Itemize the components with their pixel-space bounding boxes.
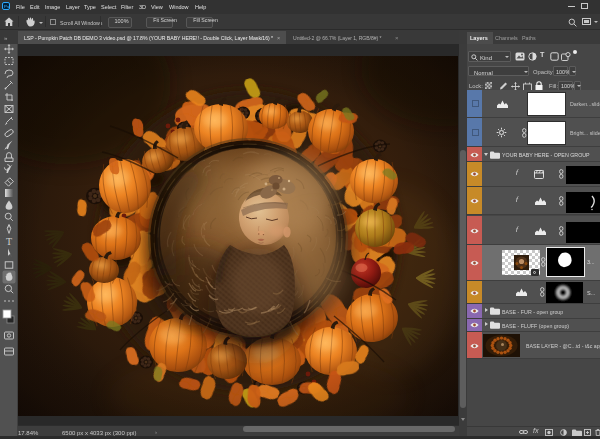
svg-text:T: T: [6, 236, 12, 247]
